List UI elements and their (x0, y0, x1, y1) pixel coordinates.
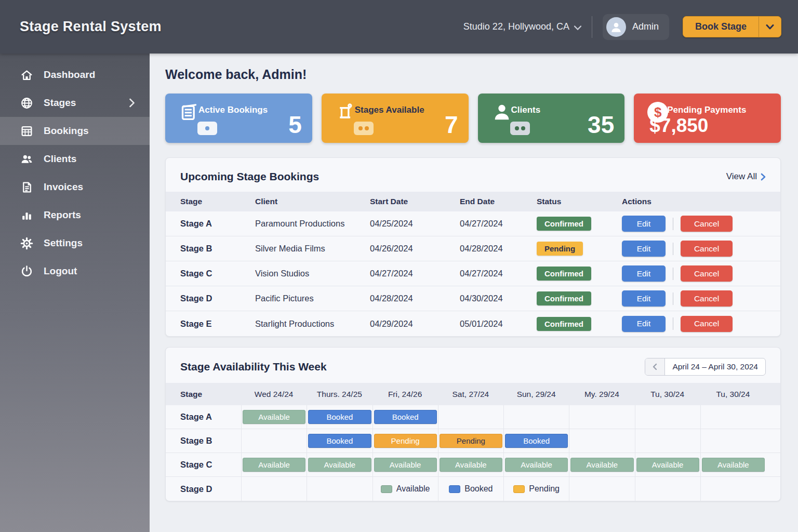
edit-button[interactable]: Edit (622, 290, 666, 307)
stat-pill (197, 122, 217, 135)
top-bar: Stage Rental System Studio 22, Hollywood… (0, 0, 798, 54)
sidebar-item-reports[interactable]: Reports (0, 201, 150, 229)
cancel-button[interactable]: Cancel (681, 290, 733, 307)
prev-week-button[interactable] (645, 358, 665, 375)
bookings-panel-title: Upcoming Stage Bookings (180, 170, 319, 183)
sidebar-item-label: Reports (44, 209, 81, 221)
calendar-grid-icon (20, 124, 33, 138)
sidebar-item-label: Stages (44, 97, 76, 109)
edit-button[interactable]: Edit (622, 316, 666, 332)
app-title: Stage Rental System (20, 19, 162, 35)
cell-end-date: 04/27/2024 (460, 219, 537, 229)
legend-item: Pending (505, 484, 568, 494)
availability-chip: Pending (440, 434, 502, 448)
cell-start-date: 04/25/2024 (370, 219, 460, 229)
edit-button[interactable]: Edit (622, 241, 666, 257)
status-badge: Confirmed (537, 217, 591, 231)
sidebar-item-label: Logout (44, 265, 77, 277)
availability-row: Stage A Available Booked Booked (166, 405, 780, 429)
availability-panel: Stage Availability This Week April 24 – … (165, 347, 781, 501)
sidebar-item-label: Bookings (44, 125, 89, 137)
sidebar-item-label: Dashboard (44, 69, 95, 81)
sidebar-item-logout[interactable]: Logout (0, 257, 150, 285)
cell-stage: Stage C (180, 269, 255, 278)
header-divider (592, 16, 592, 38)
chevron-right-icon (761, 173, 766, 181)
upcoming-bookings-panel: Upcoming Stage Bookings View All Stage C… (165, 157, 781, 337)
table-row: Stage E Starlight Productions 04/29/2024… (166, 311, 780, 336)
table-row: Stage A Paramount Productions 04/25/2024… (166, 211, 780, 236)
edit-button[interactable]: Edit (622, 216, 666, 232)
table-row: Stage B Silver Media Films 04/26/2024 04… (166, 236, 780, 261)
availability-chip: Available (440, 458, 502, 472)
power-icon (20, 264, 33, 278)
cell-client: Pacific Pictures (255, 294, 370, 303)
cell-client: Vision Studios (255, 269, 370, 278)
availability-panel-title: Stage Availability This Week (180, 361, 327, 373)
availability-chip: Booked (374, 410, 437, 424)
availability-chip: Pending (374, 434, 437, 448)
sidebar-item-settings[interactable]: Settings (0, 229, 150, 257)
cancel-button[interactable]: Cancel (681, 216, 733, 232)
cell-end-date: 04/30/2024 (460, 294, 537, 303)
book-stage-dropdown[interactable] (759, 17, 781, 37)
stat-pill (354, 122, 374, 135)
cell-client: Paramount Productions (255, 219, 370, 229)
stat-label: Stages Available (355, 105, 424, 115)
cell-end-date: 04/28/2024 (460, 244, 537, 254)
stat-value: 7 (445, 111, 458, 139)
stat-label: Clients (511, 105, 541, 115)
main-content: Welcome back, Admin! Active Bookings 5 S… (150, 54, 798, 532)
table-row: Stage C Vision Studios 04/27/2024 04/27/… (166, 261, 780, 286)
availability-chip: Available (308, 458, 371, 472)
stat-card-active-bookings: Active Bookings 5 (165, 94, 312, 143)
sidebar-item-stages[interactable]: Stages (0, 89, 150, 117)
cancel-button[interactable]: Cancel (681, 265, 733, 282)
legend-item: Available (374, 484, 437, 494)
user-name: Admin (632, 21, 659, 32)
pending-swatch (513, 485, 525, 493)
week-navigator: April 24 – April 30, 2024 (645, 358, 766, 376)
sidebar-item-invoices[interactable]: Invoices (0, 173, 150, 201)
cancel-button[interactable]: Cancel (681, 316, 733, 332)
cancel-button[interactable]: Cancel (681, 241, 733, 257)
stat-value: $7,850 (649, 115, 708, 137)
stat-pill (510, 122, 530, 135)
cell-client: Silver Media Films (255, 244, 370, 254)
cell-stage: Stage A (180, 219, 255, 229)
status-badge: Confirmed (537, 317, 591, 331)
studio-selector-label: Studio 22, Hollywood, CA (463, 21, 569, 32)
sidebar-item-clients[interactable]: Clients (0, 145, 150, 173)
availability-chip: Available (570, 458, 633, 472)
cell-start-date: 04/28/2024 (370, 294, 460, 303)
clipboard-icon (179, 102, 200, 123)
cell-stage: Stage D (180, 294, 255, 303)
book-stage-label: Book Stage (683, 17, 759, 37)
cell-client: Starlight Productions (255, 319, 370, 329)
cell-start-date: 04/26/2024 (370, 244, 460, 254)
avatar (606, 17, 626, 37)
book-stage-button[interactable]: Book Stage (683, 16, 781, 37)
sidebar-item-dashboard[interactable]: Dashboard (0, 61, 150, 89)
availability-chip: Available (505, 458, 568, 472)
availability-row: Stage B Booked Pending Pending Booked (166, 429, 780, 453)
person-icon (491, 102, 512, 123)
cell-stage: Stage E (180, 319, 255, 329)
sidebar-item-bookings[interactable]: Bookings (0, 117, 150, 145)
availability-chip: Booked (308, 410, 371, 424)
home-icon (20, 68, 33, 82)
stat-card-clients: Clients 35 (478, 94, 625, 143)
edit-button[interactable]: Edit (622, 265, 666, 282)
user-menu[interactable]: Admin (603, 14, 669, 40)
legend-item: Booked (440, 484, 502, 494)
welcome-heading: Welcome back, Admin! (165, 67, 781, 82)
availability-chip: Booked (308, 434, 371, 448)
app-window: Stage Rental System Studio 22, Hollywood… (0, 0, 798, 532)
stat-card-pending-payments: $ Pending Payments $7,850 (634, 94, 781, 143)
stat-label: Active Bookings (198, 105, 268, 115)
studio-selector[interactable]: Studio 22, Hollywood, CA (463, 21, 581, 32)
cell-start-date: 04/27/2024 (370, 269, 460, 278)
view-all-link[interactable]: View All (726, 171, 766, 182)
availability-chip: Available (374, 458, 437, 472)
status-badge: Pending (537, 242, 583, 256)
